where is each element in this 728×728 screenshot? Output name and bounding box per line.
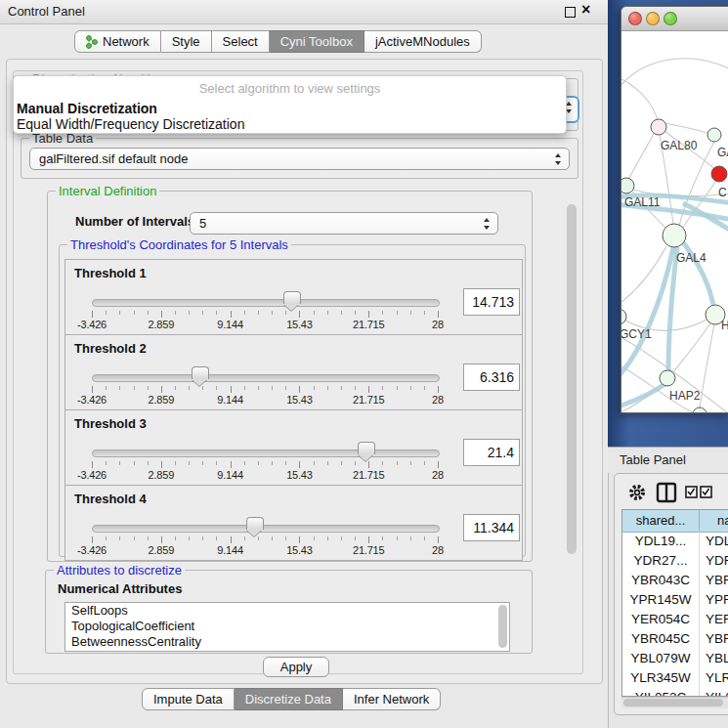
main-scrollbar[interactable] (567, 204, 577, 554)
tab-network[interactable]: Network (74, 30, 161, 53)
interval-definition-title: Interval Definition (56, 184, 159, 198)
cell-name[interactable]: YDL1 (700, 532, 728, 551)
slider-tick (314, 386, 315, 390)
threshold-value-field[interactable]: 21.4 (463, 439, 520, 466)
threshold-slider-knob[interactable] (246, 517, 264, 530)
threshold-slider-knob[interactable] (192, 366, 209, 379)
table-data-combo[interactable]: galFiltered.sif default node (29, 148, 570, 170)
threshold-slider-track[interactable] (92, 525, 440, 533)
table-row[interactable]: YBR043CYBR0 (622, 571, 728, 590)
network-edge[interactable] (700, 324, 714, 407)
tab-cyni-toolbox[interactable]: Cyni Toolbox (270, 30, 364, 53)
cell-name[interactable]: YER0 (700, 610, 728, 629)
cell-shared-name[interactable]: YBR045C (622, 629, 700, 649)
threshold-slider-knob[interactable] (358, 442, 375, 454)
threshold-value-field[interactable]: 14.713 (463, 288, 520, 316)
numerical-attributes-list[interactable]: SelfLoopsTopologicalCoefficientBetweenne… (64, 602, 510, 652)
apply-button[interactable]: Apply (263, 657, 329, 677)
table-row[interactable]: YIL052CYIL0 (622, 688, 728, 697)
cell-name[interactable]: YDR2 (700, 551, 728, 571)
network-node-hap2[interactable] (660, 370, 675, 386)
close-icon[interactable]: × (581, 1, 590, 19)
list-scrollbar[interactable] (498, 605, 507, 648)
network-node-gcy1[interactable] (621, 309, 626, 324)
cell-shared-name[interactable]: YBL079W (622, 649, 700, 668)
slider-tick-label: -3.426 (77, 544, 107, 556)
network-node-gal11[interactable] (621, 178, 634, 193)
table-row[interactable]: YDL19...YDL1 (622, 532, 728, 551)
attribute-item-betweennesscentrality[interactable]: BetweennessCentrality (65, 634, 509, 650)
threshold-slider-knob-tip[interactable] (246, 530, 262, 536)
cell-name[interactable]: YPR1 (700, 590, 728, 610)
cell-shared-name[interactable]: YBR043C (622, 571, 700, 590)
threshold-slider-knob-tip[interactable] (358, 454, 373, 461)
split-columns-icon[interactable] (656, 482, 677, 503)
checkboxes-icon[interactable] (685, 486, 714, 498)
threshold-slider-track[interactable] (92, 299, 440, 307)
gear-icon[interactable] (628, 484, 646, 501)
network-edge[interactable] (664, 123, 707, 133)
threshold-panel-2: Threshold 2-3.4262.8599.14415.4321.71528… (64, 334, 523, 410)
zoom-traffic-light-icon[interactable] (664, 12, 677, 25)
cell-name[interactable]: YBR0 (700, 629, 728, 649)
network-node[interactable] (693, 407, 707, 412)
network-edge[interactable] (629, 134, 654, 178)
network-node-gal80[interactable] (651, 119, 666, 135)
cell-name[interactable]: YIL0 (700, 688, 728, 697)
table-hscroll-track[interactable] (621, 697, 728, 708)
slider-tick-label: 9.144 (217, 469, 243, 481)
cell-shared-name[interactable]: YDR27... (622, 551, 700, 571)
table-hscroll-thumb[interactable] (623, 699, 723, 707)
slider-tick (438, 311, 439, 318)
minimize-traffic-light-icon[interactable] (646, 12, 660, 25)
threshold-value-field[interactable]: 6.316 (463, 364, 520, 391)
thresholds-group-title: Threshold's Coordinates for 5 Intervals (67, 237, 291, 252)
threshold-slider-knob-tip[interactable] (192, 379, 207, 386)
network-edge[interactable] (621, 383, 666, 407)
column-header-name[interactable]: na (700, 510, 728, 533)
number-of-intervals-spinner[interactable]: 5 (190, 212, 498, 235)
threshold-slider-knob-tip[interactable] (283, 304, 299, 311)
threshold-slider-knob[interactable] (283, 291, 301, 304)
tab-style[interactable]: Style (161, 30, 212, 53)
column-header-shared-name[interactable]: shared... (622, 510, 700, 533)
cell-shared-name[interactable]: YIL052C (622, 688, 700, 697)
attribute-item-selfloops[interactable]: SelfLoops (65, 603, 509, 619)
cell-name[interactable]: YLR3 (700, 668, 728, 688)
network-edge[interactable] (673, 323, 710, 372)
cell-name[interactable]: YBR0 (700, 571, 728, 590)
table-row[interactable]: YDR27...YDR2 (622, 551, 728, 571)
cell-shared-name[interactable]: YER054C (622, 610, 700, 629)
threshold-slider-track[interactable] (92, 374, 440, 382)
network-node-ga[interactable] (707, 128, 721, 142)
attribute-item-topologicalcoefficient[interactable]: TopologicalCoefficient (65, 619, 509, 634)
float-window-icon[interactable] (565, 7, 576, 18)
network-edge[interactable] (621, 76, 658, 119)
threshold-value-field[interactable]: 11.344 (463, 514, 520, 541)
table-panel-header: Table Panel (608, 447, 728, 473)
cell-shared-name[interactable]: YPR145W (622, 590, 700, 610)
cell-shared-name[interactable]: YLR345W (622, 668, 700, 688)
network-node-c[interactable] (711, 166, 727, 182)
table-row[interactable]: YBL079WYBL0 (622, 649, 728, 668)
tab-impute-data[interactable]: Impute Data (142, 688, 235, 710)
tab-select[interactable]: Select (212, 30, 270, 53)
cell-name[interactable]: YBL0 (700, 649, 728, 668)
table-row[interactable]: YLR345WYLR3 (622, 668, 728, 688)
table-row[interactable]: YER054CYER0 (622, 610, 728, 629)
network-node-gal4[interactable] (663, 224, 686, 247)
table-row[interactable]: YPR145WYPR1 (622, 590, 728, 610)
network-edge[interactable] (621, 59, 728, 92)
node-table[interactable]: shared...naYDL19...YDL1YDR27...YDR2YBR04… (621, 509, 728, 697)
threshold-slider-track[interactable] (92, 450, 440, 457)
algorithm-option-equal-width-frequency-discretization[interactable]: Equal Width/Frequency Discretization (17, 116, 244, 132)
close-traffic-light-icon[interactable] (628, 12, 642, 25)
tab-discretize-data[interactable]: Discretize Data (235, 688, 343, 710)
network-edge[interactable] (621, 247, 673, 379)
algorithm-option-manual-discretization[interactable]: Manual Discretization (17, 101, 157, 116)
cell-shared-name[interactable]: YDL19... (622, 532, 700, 551)
table-row[interactable]: YBR045CYBR0 (622, 629, 728, 649)
network-canvas[interactable]: GAL80GACGAL11GAL4GCY1HHAP2 (621, 31, 728, 412)
tab-jactivemnodules[interactable]: jActiveMNodules (364, 30, 482, 53)
tab-infer-network[interactable]: Infer Network (343, 688, 441, 710)
